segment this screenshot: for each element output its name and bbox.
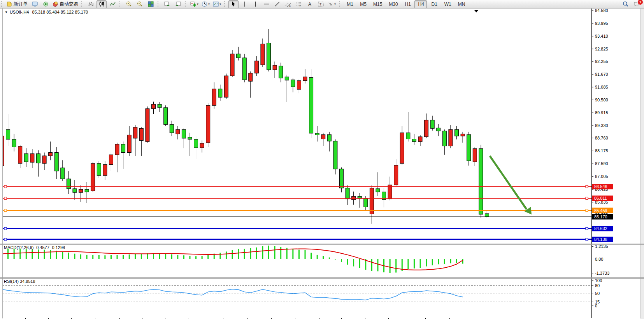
periods-button[interactable]: ▾: [200, 0, 211, 8]
candle: [24, 153, 28, 162]
macd-indicator-label: MACD(12,26,9) -0.4577 -0.1298: [4, 245, 65, 250]
autotrading-icon: [53, 1, 58, 7]
toolbar-group-handle[interactable]: [158, 1, 160, 7]
svg-text:T: T: [319, 2, 322, 6]
svg-text:87.005: 87.005: [595, 174, 608, 179]
button-label: H1: [405, 2, 411, 7]
shapes-button[interactable]: ▾: [326, 0, 337, 8]
chart-canvas[interactable]: 94.58093.99593.41092.82592.25591.67091.0…: [0, 8, 644, 319]
hline-icon: [263, 1, 269, 7]
candle: [400, 133, 404, 164]
search-button[interactable]: [620, 0, 630, 8]
chevron-down-icon[interactable]: ▾: [219, 2, 221, 6]
fibo-button[interactable]: F: [294, 0, 304, 8]
line-handle[interactable]: [4, 227, 7, 230]
button-label: M15: [373, 2, 382, 7]
candle: [164, 108, 168, 124]
candle: [152, 104, 156, 108]
bar-chart-icon: [88, 1, 94, 7]
tf-w1-button[interactable]: W1: [441, 0, 454, 8]
candle: [285, 77, 289, 80]
line-chart-button[interactable]: [107, 0, 118, 8]
trendline-button[interactable]: [272, 0, 282, 8]
svg-text:91.670: 91.670: [595, 72, 608, 77]
line-handle[interactable]: [4, 197, 7, 199]
svg-text:-1.3733: -1.3733: [595, 271, 609, 275]
one-click-trading-arrow[interactable]: ▼: [5, 10, 8, 14]
toolbar: 新订单自动交易▾▾▾EFAT▾M1M5M15M30H1H4D1W1MN1: [0, 0, 644, 9]
toolbar-group-handle[interactable]: [185, 1, 188, 7]
candle: [6, 129, 10, 139]
toolbar-group-handle[interactable]: [1, 1, 4, 7]
tf-h1-button[interactable]: H1: [401, 0, 414, 8]
chevron-down-icon[interactable]: ▾: [197, 2, 198, 6]
hline-button[interactable]: [261, 0, 271, 8]
candle: [176, 129, 180, 134]
candle: [267, 43, 271, 70]
tf-m15-button[interactable]: M15: [370, 0, 384, 8]
chevron-down-icon[interactable]: ▾: [208, 2, 210, 6]
candlestick-button[interactable]: [97, 0, 107, 8]
label-button[interactable]: T: [316, 0, 326, 8]
toolbar-group-handle[interactable]: [224, 1, 227, 7]
candle: [467, 134, 471, 161]
button-label: M5: [360, 2, 367, 7]
chart-shift-button[interactable]: [173, 0, 183, 8]
rsi-indicator-label: RSI(14) 34.8518: [4, 279, 35, 284]
bar-chart-button[interactable]: [86, 0, 96, 8]
metaeditor-button[interactable]: [30, 0, 40, 8]
line-handle[interactable]: [586, 197, 588, 199]
tf-m1-button[interactable]: M1: [343, 0, 356, 8]
templates-button[interactable]: ▾: [212, 0, 222, 8]
button-label: H4: [418, 2, 424, 7]
svg-text:88.175: 88.175: [595, 148, 608, 153]
line-handle[interactable]: [586, 185, 588, 188]
zoom-out-button[interactable]: [135, 0, 145, 8]
line-handle[interactable]: [4, 238, 7, 241]
tile-windows-button[interactable]: [146, 0, 156, 8]
chat-button[interactable]: 1: [631, 0, 641, 8]
candle: [473, 148, 477, 162]
auto-scroll-button[interactable]: [162, 0, 172, 8]
tf-mn-button[interactable]: MN: [454, 0, 468, 8]
line-handle[interactable]: [4, 185, 7, 188]
button-label: D1: [432, 2, 437, 7]
channel-button[interactable]: E: [283, 0, 293, 8]
chart-ohlc-values: 85.318 85.404 85.122 85.170: [32, 10, 88, 14]
chevron-down-icon[interactable]: ▾: [334, 2, 336, 6]
tf-h4-button[interactable]: H4: [414, 0, 427, 8]
indicators-button[interactable]: ▾: [189, 0, 200, 8]
candle: [249, 73, 253, 81]
toolbar-group-handle[interactable]: [339, 1, 342, 7]
new-order-button[interactable]: 新订单: [5, 0, 29, 8]
svg-text:93.995: 93.995: [595, 21, 608, 26]
crosshair-button[interactable]: [239, 0, 249, 8]
svg-text:92.255: 92.255: [595, 59, 608, 64]
autotrading-button[interactable]: 自动交易: [51, 0, 79, 8]
candle: [261, 44, 265, 65]
svg-text:84.632: 84.632: [594, 226, 607, 231]
svg-text:86.546: 86.546: [594, 184, 607, 189]
toolbar-group-handle[interactable]: [81, 1, 84, 7]
svg-text:E: E: [289, 5, 291, 7]
signals-button[interactable]: [40, 0, 51, 8]
candle: [206, 105, 210, 143]
candle: [425, 120, 428, 137]
line-handle[interactable]: [586, 209, 588, 212]
toolbar-group-handle[interactable]: [119, 1, 122, 7]
line-handle[interactable]: [4, 209, 7, 212]
tf-m30-button[interactable]: M30: [385, 0, 400, 8]
fibo-icon: F: [296, 1, 302, 7]
search-icon: [623, 1, 628, 7]
line-handle[interactable]: [586, 238, 588, 241]
vline-button[interactable]: [250, 0, 260, 8]
candle: [61, 168, 65, 179]
zoom-in-button[interactable]: [124, 0, 134, 8]
tf-m5-button[interactable]: M5: [356, 0, 369, 8]
text-button[interactable]: A: [305, 0, 315, 8]
line-handle[interactable]: [586, 227, 588, 230]
cursor-button[interactable]: [228, 0, 239, 8]
tf-d1-button[interactable]: D1: [428, 0, 440, 8]
button-label: MN: [458, 2, 465, 7]
metaeditor-icon: [32, 1, 38, 7]
